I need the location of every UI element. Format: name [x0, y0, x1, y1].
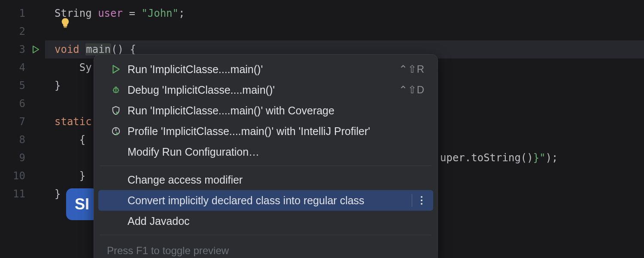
code-token: static [55, 116, 92, 128]
svg-line-8 [118, 92, 118, 92]
profiler-icon [110, 126, 122, 137]
svg-rect-0 [64, 26, 67, 28]
code-token: main [85, 43, 111, 55]
menu-item-run[interactable]: Run 'ImplicitClasse....main()' ⌃⇧R [94, 59, 437, 80]
code-token: uper [440, 152, 465, 164]
code-token: . [465, 152, 471, 164]
line-number: 1 [8, 7, 25, 19]
editor-gutter: 1 2 3 4 5 6 7 8 9 10 11 [0, 0, 45, 258]
code-token: { [79, 134, 85, 146]
line-number: 3 [8, 43, 25, 55]
menu-item-label: Run 'ImplicitClasse....main()' [128, 63, 399, 76]
menu-item-label: Debug 'ImplicitClasse....main()' [128, 84, 399, 96]
svg-line-6 [118, 88, 118, 89]
menu-item-shortcut: ⌃⇧R [399, 63, 425, 75]
code-token: Sy [79, 61, 92, 74]
code-token: ) [546, 152, 552, 164]
context-menu: Run 'ImplicitClasse....main()' ⌃⇧R Debug… [94, 54, 438, 258]
menu-item-debug[interactable]: Debug 'ImplicitClasse....main()' ⌃⇧D [94, 80, 437, 100]
menu-item-label: Convert implicitly declared class into r… [128, 194, 407, 207]
line-number: 10 [8, 170, 25, 182]
code-token: void [55, 43, 79, 55]
code-line[interactable] [55, 22, 644, 40]
menu-item-add-javadoc[interactable]: Add Javadoc [94, 211, 437, 231]
code-token: () [521, 152, 533, 164]
code-token: { [130, 43, 136, 55]
code-token: } [533, 152, 539, 164]
info-badge: SI [66, 188, 98, 220]
run-icon [110, 64, 122, 75]
code-token: = [129, 7, 135, 19]
line-number: 2 [8, 25, 25, 37]
menu-item-label: Profile 'ImplicitClasse....main()' with … [128, 125, 425, 138]
code-token: () [111, 43, 124, 55]
code-token: } [79, 170, 85, 182]
line-number: 4 [8, 61, 25, 74]
svg-point-13 [421, 203, 422, 205]
bug-icon [110, 84, 122, 95]
badge-text: SI [75, 195, 89, 213]
menu-item-change-access[interactable]: Change access modifier [94, 169, 437, 190]
menu-separator [100, 235, 431, 235]
svg-line-7 [114, 92, 115, 92]
svg-line-5 [114, 88, 115, 89]
code-token: "John" [141, 7, 179, 19]
menu-item-label: Run 'ImplicitClasse....main()' with Cove… [128, 104, 425, 117]
line-number: 7 [8, 116, 25, 128]
menu-item-modify-config[interactable]: Modify Run Configuration… [94, 141, 437, 162]
menu-item-convert-class[interactable]: Convert implicitly declared class into r… [98, 190, 433, 211]
line-number: 8 [8, 134, 25, 146]
code-token: toString [471, 152, 521, 164]
menu-item-shortcut: ⌃⇧D [399, 84, 425, 96]
code-token: ; [179, 7, 185, 19]
svg-point-12 [421, 200, 422, 201]
line-number: 9 [8, 152, 25, 164]
line-number: 11 [8, 188, 25, 200]
code-line[interactable]: String user = "John"; [55, 4, 644, 22]
line-number: 5 [8, 80, 25, 92]
run-gutter-icon[interactable] [30, 44, 41, 55]
menu-item-label: Modify Run Configuration… [128, 146, 425, 158]
menu-separator [100, 166, 431, 166]
code-token: } [55, 80, 61, 92]
shield-icon [110, 105, 122, 116]
code-token: ; [552, 152, 558, 164]
menu-item-profile[interactable]: Profile 'ImplicitClasse....main()' with … [94, 121, 437, 141]
more-icon[interactable] [412, 194, 425, 207]
code-token: user [98, 7, 123, 19]
menu-item-label: Change access modifier [128, 174, 425, 186]
svg-point-11 [421, 196, 422, 198]
line-number: 6 [8, 98, 25, 110]
code-token: " [539, 152, 545, 164]
code-token: } [55, 188, 61, 200]
menu-item-coverage[interactable]: Run 'ImplicitClasse....main()' with Cove… [94, 100, 437, 121]
menu-footer-hint: Press F1 to toggle preview [94, 239, 437, 258]
menu-item-label: Add Javadoc [128, 215, 425, 227]
lightbulb-icon[interactable] [59, 17, 72, 30]
